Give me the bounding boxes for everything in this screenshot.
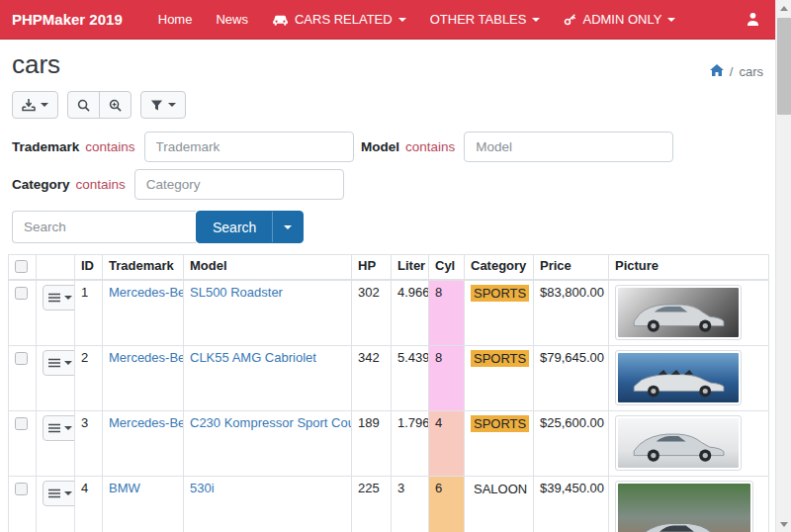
table-header-row: ID Trademark Model HP Liter Cyl Category… <box>9 255 769 281</box>
cell-liter: 4.966 <box>392 280 429 345</box>
scrollbar-up-arrow[interactable] <box>776 0 791 16</box>
select-all-header <box>9 255 37 281</box>
table-row: 1 Mercedes-Benz SL500 Roadster 302 4.966… <box>9 280 769 345</box>
car-photo <box>618 418 739 468</box>
cell-price: $79,645.00 <box>534 345 609 410</box>
trademark-link[interactable]: Mercedes-Benz <box>109 285 184 300</box>
car-photo <box>618 484 750 532</box>
brand-link[interactable]: PHPMaker 2019 <box>12 11 123 28</box>
column-header-category: Category <box>465 255 534 281</box>
model-link[interactable]: CLK55 AMG Cabriolet <box>190 350 316 365</box>
key-icon <box>564 13 576 26</box>
hamburger-icon <box>48 488 60 498</box>
model-filter-input[interactable] <box>464 132 673 162</box>
search-options-toggle[interactable] <box>272 212 303 242</box>
search-input[interactable] <box>12 211 196 243</box>
table-row: 2 Mercedes-Benz CLK55 AMG Cabriolet 342 … <box>9 345 769 410</box>
cell-hp: 302 <box>352 280 392 345</box>
car-icon <box>272 13 289 26</box>
row-select-checkbox[interactable] <box>15 287 28 300</box>
user-icon <box>747 12 759 27</box>
export-button[interactable] <box>12 91 58 119</box>
trademark-link[interactable]: Mercedes-Benz <box>109 415 184 430</box>
model-link[interactable]: SL500 Roadster <box>190 285 283 300</box>
trademark-link[interactable]: BMW <box>109 481 140 495</box>
triangle-up-icon <box>780 6 788 11</box>
page-viewport: PHPMaker 2019 Home News CARS RELATED OTH… <box>0 0 775 532</box>
filter-model-label: Model <box>361 139 399 154</box>
nav-item-home[interactable]: Home <box>158 12 193 27</box>
search-button[interactable]: Search <box>196 211 304 243</box>
search-button-group <box>67 91 132 119</box>
breadcrumb-home-link[interactable] <box>710 64 724 79</box>
filter-trademark-operator: contains <box>85 139 134 154</box>
select-all-checkbox[interactable] <box>15 260 28 273</box>
nav-item-other-tables[interactable]: OTHER TABLES <box>430 12 541 27</box>
cell-liter: 3 <box>392 476 429 532</box>
vertical-scrollbar[interactable] <box>775 0 791 532</box>
row-options-button[interactable] <box>43 415 75 441</box>
cell-id: 1 <box>75 280 103 345</box>
cell-id: 3 <box>75 410 103 476</box>
filter-row-1: Trademark contains Model contains <box>0 129 775 166</box>
cell-cyl: 4 <box>429 410 465 476</box>
cell-liter: 5.439 <box>392 345 429 410</box>
row-options-button[interactable] <box>43 285 75 310</box>
search-button-label: Search <box>197 212 272 242</box>
scrollbar-thumb[interactable] <box>777 18 791 115</box>
column-header-model: Model <box>184 255 352 281</box>
filter-button[interactable] <box>140 91 186 119</box>
cell-hp: 189 <box>352 410 392 476</box>
row-select-checkbox[interactable] <box>15 483 28 495</box>
search-bar: Search <box>0 204 775 252</box>
hamburger-icon <box>48 293 60 303</box>
model-link[interactable]: 530i <box>190 481 215 495</box>
category-filter-input[interactable] <box>134 169 344 200</box>
car-picture-frame <box>615 285 742 340</box>
cell-liter: 1.796 <box>392 410 429 476</box>
trademark-link[interactable]: Mercedes-Benz <box>109 350 184 365</box>
row-select-checkbox[interactable] <box>15 352 28 365</box>
car-picture-frame <box>615 415 742 471</box>
nav-item-news-label: News <box>216 12 248 27</box>
row-options-button[interactable] <box>43 350 75 376</box>
cell-price: $83,800.00 <box>534 280 609 345</box>
row-select-checkbox[interactable] <box>15 417 28 430</box>
model-link[interactable]: C230 Kompressor Sport Coupe <box>190 415 352 430</box>
chevron-down-icon <box>168 103 176 107</box>
column-header-price: Price <box>534 255 609 281</box>
page-title: cars <box>12 49 60 79</box>
funnel-icon <box>150 99 163 112</box>
chevron-down-icon <box>64 491 72 495</box>
chevron-down-icon <box>532 18 540 22</box>
chevron-down-icon <box>64 296 72 300</box>
filter-model-operator: contains <box>405 139 455 154</box>
nav-item-cars-related-label: CARS RELATED <box>295 12 393 27</box>
cell-category: SPORTS <box>471 415 529 432</box>
row-options-button[interactable] <box>43 481 75 506</box>
nav-item-admin-only[interactable]: ADMIN ONLY <box>564 12 675 27</box>
cell-id: 2 <box>75 345 103 410</box>
home-icon <box>710 64 724 76</box>
cell-cyl: 6 <box>429 476 465 532</box>
trademark-filter-input[interactable] <box>144 132 354 162</box>
cell-cyl: 8 <box>429 280 465 345</box>
filter-row-2: Category contains <box>0 166 775 204</box>
cell-price: $39,450.00 <box>534 476 609 532</box>
user-menu-button[interactable] <box>747 12 759 27</box>
column-header-trademark: Trademark <box>103 255 184 281</box>
cell-price: $25,600.00 <box>534 410 609 476</box>
nav-item-admin-only-label: ADMIN ONLY <box>582 12 661 27</box>
nav-item-other-tables-label: OTHER TABLES <box>430 12 527 27</box>
nav-item-cars-related[interactable]: CARS RELATED <box>272 12 406 27</box>
nav-item-news[interactable]: News <box>216 12 248 27</box>
filter-trademark: Trademark contains <box>12 132 361 162</box>
quick-search-button[interactable] <box>67 91 100 119</box>
column-header-cyl: Cyl <box>429 255 465 281</box>
toolbar <box>0 85 775 129</box>
search-plus-icon <box>109 99 122 112</box>
highlight-search-button[interactable] <box>99 91 132 119</box>
scrollbar-down-arrow[interactable] <box>776 516 791 532</box>
column-header-id: ID <box>75 255 103 281</box>
filter-category-operator: contains <box>76 177 126 192</box>
